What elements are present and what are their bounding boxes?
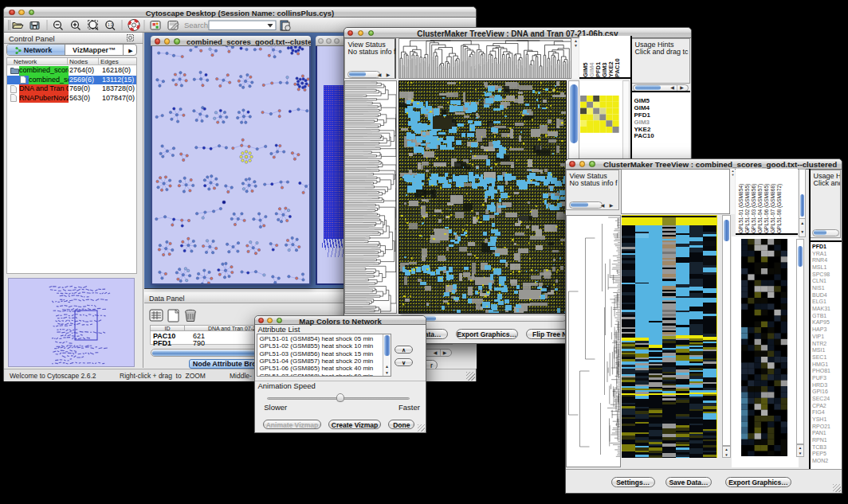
svg-text:GPL51-01 (GSM854): GPL51-01 (GSM854)	[737, 184, 744, 233]
svg-text:PAC10: PAC10	[614, 58, 621, 77]
svg-text:GPL51-07 (GSM868): GPL51-07 (GSM868)	[770, 184, 776, 233]
svg-text:1:1: 1:1	[108, 23, 113, 27]
svg-text:GPL51-03 (GSM856): GPL51-03 (GSM856)	[751, 184, 757, 233]
svg-text:GPL51-06 (GSM865): GPL51-06 (GSM865)	[764, 184, 770, 233]
svg-text:GPL51-02 (GSM855): GPL51-02 (GSM855)	[744, 184, 751, 233]
svg-text:GPL51-08 (GSM872): GPL51-08 (GSM872)	[776, 184, 783, 233]
svg-text:GPL51-04 (GSM857): GPL51-04 (GSM857)	[757, 184, 764, 233]
svg-text:Search:: Search:	[184, 21, 210, 29]
